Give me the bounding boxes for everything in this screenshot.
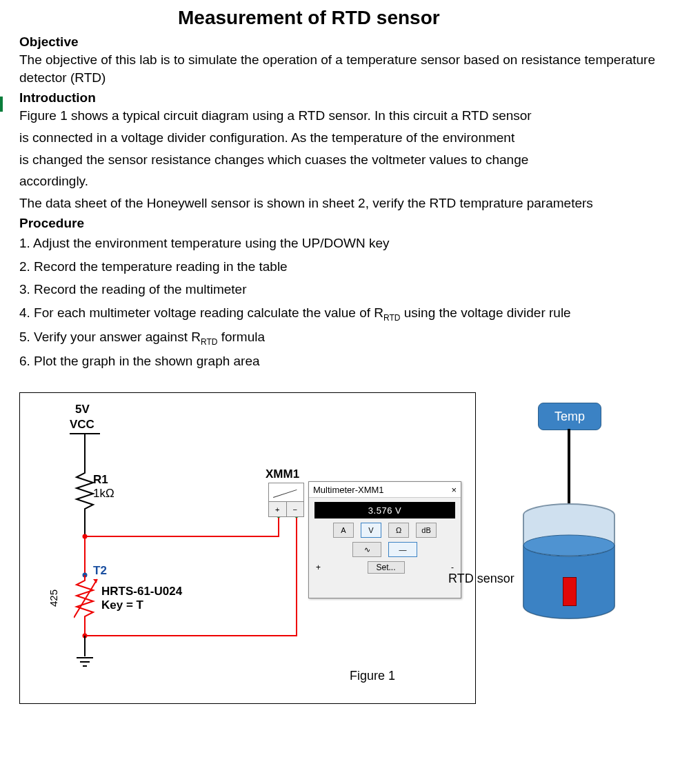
supply-label: 5V (75, 403, 90, 416)
objective-text: The objective of this lab is to simulate… (19, 51, 686, 86)
mode-db-button[interactable]: dB (416, 523, 437, 538)
introduction-heading: Introduction (19, 90, 686, 105)
set-button[interactable]: Set... (368, 561, 405, 574)
page-title: Measurement of RTD sensor (178, 7, 686, 29)
selection-marker (0, 97, 3, 112)
side-value: 425 (48, 589, 59, 607)
procedure-item: 5. Verify your answer against RRTD formu… (19, 327, 686, 349)
wire-red (278, 516, 279, 537)
intro-line: The data sheet of the Honeywell sensor i… (19, 194, 686, 212)
procedure-item: 6. Plot the graph in the shown graph are… (19, 351, 686, 372)
t2-part: HRTS-61-U024 (101, 585, 182, 598)
multimeter-panel[interactable]: Multimeter-XMM1 × 3.576 V A V Ω dB ∿ — +… (308, 481, 461, 598)
rtd-t2-icon (74, 575, 101, 623)
mode-dc-button[interactable]: — (388, 542, 417, 557)
mode-ohm-button[interactable]: Ω (388, 523, 409, 538)
procedure-item: 3. Record the reading of the multimeter (19, 279, 686, 300)
close-icon[interactable]: × (451, 485, 457, 495)
multimeter-reading: 3.576 V (314, 502, 455, 518)
wire-red (85, 635, 297, 636)
mode-volt-button[interactable]: V (361, 523, 381, 538)
wire (84, 636, 86, 656)
rtd-probe-tip-icon (563, 577, 577, 606)
intro-line: Figure 1 shows a typical circuit diagram… (19, 107, 686, 125)
circuit-figure: 5V VCC R1 1kΩ T2 HRTS-61-U024 Key = T 42… (19, 392, 476, 704)
r1-value: 1kΩ (93, 487, 114, 501)
resistor-r1-icon (74, 467, 96, 516)
procedure-list: 1. Adjust the environment temperature us… (19, 233, 686, 372)
t2-key: Key = T (101, 598, 143, 612)
procedure-item: 4. For each multimeter voltage reading c… (19, 303, 686, 325)
minus-label: - (451, 563, 454, 572)
mode-ac-button[interactable]: ∿ (352, 542, 381, 557)
acdc-row: ∿ — (309, 542, 461, 557)
procedure-item: 1. Adjust the environment temperature us… (19, 233, 686, 254)
mode-amp-button[interactable]: A (333, 523, 354, 538)
wire-red (296, 516, 297, 636)
procedure-item: 2. Record the temperature reading in the… (19, 256, 686, 277)
intro-line: accordingly. (19, 172, 686, 190)
intro-line: is changed the sensor resistance changes… (19, 151, 686, 169)
objective-heading: Objective (19, 34, 686, 50)
vcc-label: VCC (70, 418, 94, 432)
wire-red (85, 536, 279, 537)
wire (84, 516, 86, 536)
xmm-ref: XMM1 (266, 467, 299, 481)
xmm1-instrument-icon[interactable]: +− (268, 483, 304, 517)
plus-label: + (316, 563, 321, 572)
wire (84, 433, 86, 467)
rtd-sensor-label: RTD sensor (448, 572, 514, 586)
procedure-heading: Procedure (19, 216, 686, 231)
temp-button[interactable]: Temp (538, 403, 601, 430)
wire-red (84, 536, 86, 575)
ground-icon (74, 656, 96, 670)
multimeter-title: Multimeter-XMM1 (313, 485, 384, 495)
mode-row: A V Ω dB (309, 523, 461, 538)
temp-diagram: Temp RTD sensor (476, 392, 686, 703)
svg-point-6 (523, 535, 614, 556)
figure-caption: Figure 1 (350, 669, 395, 683)
intro-line: is connected in a voltage divider config… (19, 129, 686, 147)
